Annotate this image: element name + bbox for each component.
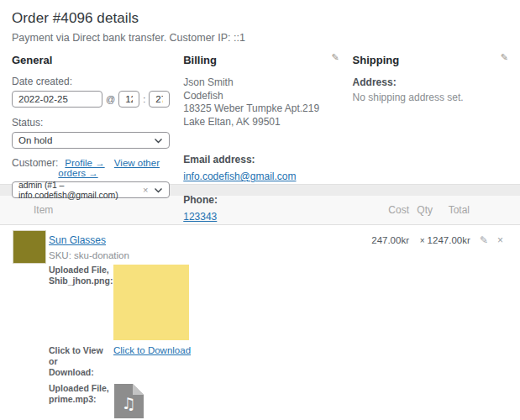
pencil-icon: ✎ bbox=[331, 52, 339, 62]
close-icon: × bbox=[497, 234, 503, 246]
item-cost: 247.00kr bbox=[362, 230, 409, 245]
product-sku: SKU: sku-donation bbox=[49, 250, 191, 260]
general-heading: General bbox=[12, 54, 170, 66]
shipping-address-label: Address: bbox=[353, 76, 508, 88]
billing-section: Billing ✎ Json Smith Codefish 18325 Webe… bbox=[183, 54, 339, 223]
phone-label: Phone: bbox=[183, 194, 339, 206]
pencil-icon: ✎ bbox=[480, 234, 488, 246]
date-created-input[interactable] bbox=[12, 91, 102, 108]
chevron-down-icon bbox=[154, 138, 163, 144]
billing-address-line: Codefish bbox=[183, 90, 339, 103]
customer-selected-value: admin (#1 – info.codefish@gmail.com) bbox=[18, 180, 143, 200]
order-details-page: Order #4096 details Payment via Direct b… bbox=[0, 0, 520, 420]
order-data-panel: Order #4096 details Payment via Direct b… bbox=[0, 0, 520, 184]
shipping-section: Shipping ✎ Address: No shipping address … bbox=[353, 54, 508, 223]
uploaded-image-preview bbox=[113, 265, 189, 340]
order-item-row: Sun Glasses SKU: sku-donation Uploaded F… bbox=[0, 225, 520, 420]
edit-shipping-button[interactable]: ✎ bbox=[501, 52, 508, 63]
audio-file-icon: ♫ bbox=[113, 383, 191, 419]
billing-address-line: 18325 Weber Tumpke Apt.219 bbox=[183, 102, 339, 116]
status-select[interactable]: On hold bbox=[12, 132, 170, 149]
delete-item-button[interactable]: × bbox=[497, 234, 503, 246]
hour-input[interactable] bbox=[118, 91, 139, 108]
download-file-link[interactable]: Click to Download bbox=[113, 345, 191, 355]
edit-billing-button[interactable]: ✎ bbox=[331, 52, 339, 63]
customer-select[interactable]: admin (#1 – info.codefish@gmail.com) × bbox=[12, 181, 170, 198]
general-section: General Date created: @ : Status: On hol… bbox=[12, 54, 170, 223]
customer-label: Customer: bbox=[12, 157, 58, 169]
billing-heading: Billing bbox=[183, 54, 339, 66]
svg-text:♫: ♫ bbox=[121, 394, 135, 412]
item-qty: ×1 bbox=[409, 230, 433, 245]
order-payment-summary: Payment via Direct bank transfer. Custom… bbox=[12, 32, 508, 44]
chevron-down-icon bbox=[154, 187, 163, 193]
uploaded-file-label: Uploaded File, prime.mp3: bbox=[49, 383, 113, 405]
product-thumbnail bbox=[13, 230, 46, 264]
billing-email-link[interactable]: info.codefish@gmail.com bbox=[183, 171, 296, 182]
time-colon-separator: : bbox=[143, 94, 145, 104]
clear-icon[interactable]: × bbox=[143, 185, 148, 195]
billing-address-line: Json Smith bbox=[183, 76, 339, 90]
billing-address-line: Lake Eltan, AK 99501 bbox=[183, 116, 339, 129]
email-label: Email address: bbox=[183, 154, 339, 165]
page-title: Order #4096 details bbox=[12, 10, 508, 27]
product-name-link[interactable]: Sun Glasses bbox=[49, 234, 106, 246]
date-at-separator: @ bbox=[106, 94, 115, 104]
date-created-label: Date created: bbox=[12, 76, 170, 87]
billing-phone-link[interactable]: 123343 bbox=[183, 211, 217, 223]
uploaded-file-label: Uploaded File, Shib_jhon.png: bbox=[49, 265, 113, 286]
minute-input[interactable] bbox=[149, 91, 170, 108]
shipping-heading: Shipping bbox=[353, 54, 508, 66]
item-total: 247.00kr bbox=[433, 230, 470, 245]
status-selected-value: On hold bbox=[18, 135, 52, 145]
view-download-label: Click to View or Download: bbox=[49, 345, 113, 378]
shipping-address-value: No shipping address set. bbox=[353, 92, 508, 103]
profile-link[interactable]: Profile → bbox=[65, 158, 104, 168]
edit-item-button[interactable]: ✎ bbox=[480, 234, 488, 246]
qty-multiply-sign: × bbox=[420, 236, 425, 245]
status-label: Status: bbox=[12, 117, 170, 129]
pencil-icon: ✎ bbox=[501, 52, 508, 62]
